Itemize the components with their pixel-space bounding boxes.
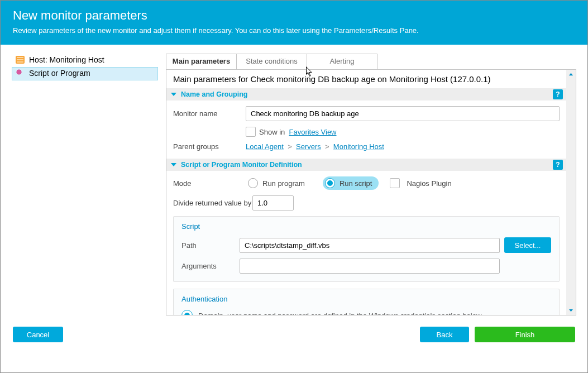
favorites-view-link[interactable]: Favorites View <box>289 128 336 136</box>
script-group: Script Path Select... Arguments <box>173 216 560 282</box>
sidebar-item-label: Script or Program <box>29 69 90 78</box>
select-path-button[interactable]: Select... <box>504 237 551 253</box>
parent-groups-label: Parent groups <box>173 142 246 151</box>
step-sidebar: Host: Monitoring Host Script or Program <box>12 54 158 315</box>
puzzle-icon <box>16 69 25 78</box>
monitor-name-label: Monitor name <box>173 109 246 118</box>
finish-button[interactable]: Finish <box>475 327 575 342</box>
dialog-footer: Cancel Back Finish <box>1 321 587 353</box>
dialog-title: New monitor parameters <box>13 8 575 23</box>
crumb-local-agent[interactable]: Local Agent <box>246 142 284 151</box>
path-label: Path <box>181 241 240 250</box>
mode-run-program[interactable]: Run program <box>246 176 312 190</box>
radio-icon <box>181 310 193 315</box>
cancel-button[interactable]: Cancel <box>13 327 63 342</box>
auth-group: Authentication Domain, user name and pas… <box>173 289 560 315</box>
scrollbar[interactable] <box>566 70 576 315</box>
script-arguments-input[interactable] <box>240 259 500 274</box>
sidebar-item-host[interactable]: Host: Monitoring Host <box>12 54 158 67</box>
script-path-input[interactable] <box>240 238 500 253</box>
arguments-label: Arguments <box>181 262 240 270</box>
radio-icon <box>248 178 258 188</box>
help-icon[interactable]: ? <box>553 89 563 99</box>
mode-nagios-plugin[interactable]: Nagios Plugin <box>390 176 458 190</box>
show-in-label: Show in <box>259 128 285 136</box>
dialog-subtitle: Review parameters of the new monitor and… <box>13 26 575 36</box>
section-script-def-body: Mode Run program Run script <box>166 171 566 315</box>
divide-value-input[interactable] <box>252 195 294 211</box>
mode-radio-group: Run program Run script Nagios Plugin <box>246 176 458 190</box>
section-title: Name and Grouping <box>181 90 247 98</box>
content-heading: Main parameters for Check monitoring DB … <box>166 70 566 88</box>
dialog-header: New monitor parameters Review parameters… <box>1 1 587 45</box>
tab-content: Main parameters for Check monitoring DB … <box>166 69 576 315</box>
scroll-down-icon[interactable] <box>566 305 576 315</box>
help-icon[interactable]: ? <box>553 160 563 170</box>
collapse-icon <box>171 93 176 96</box>
tab-state-conditions[interactable]: State conditions <box>236 54 307 69</box>
section-title: Script or Program Monitor Definition <box>181 161 302 169</box>
tab-alerting[interactable]: Alerting <box>307 54 377 69</box>
sidebar-item-script-or-program[interactable]: Script or Program <box>12 67 158 80</box>
auth-option-windows-credentials[interactable]: Domain, user name and password are defin… <box>181 310 551 315</box>
section-name-grouping-header[interactable]: Name and Grouping ? <box>166 88 566 101</box>
checkbox-icon <box>390 178 400 188</box>
mode-label: Mode <box>173 179 246 188</box>
radio-icon <box>325 178 335 188</box>
crumb-servers[interactable]: Servers <box>296 142 321 151</box>
dialog-body: Host: Monitoring Host Script or Program … <box>1 45 587 321</box>
script-group-title: Script <box>181 222 551 231</box>
section-name-grouping-body: Monitor name Show in Favorites View Pare… <box>166 101 566 159</box>
section-script-def-header[interactable]: Script or Program Monitor Definition ? <box>166 159 566 171</box>
mode-run-script[interactable]: Run script <box>323 176 379 190</box>
tab-main-parameters[interactable]: Main parameters <box>166 54 237 69</box>
sidebar-item-label: Host: Monitoring Host <box>29 55 104 64</box>
collapse-icon <box>171 163 176 166</box>
scroll-up-icon[interactable] <box>566 70 576 79</box>
divide-label: Divide returned value by <box>173 199 252 207</box>
main-panel: Main parameters State conditions Alertin… <box>166 54 576 315</box>
host-icon <box>16 56 25 64</box>
monitor-name-input[interactable] <box>246 106 560 121</box>
back-button[interactable]: Back <box>420 327 469 342</box>
auth-group-title: Authentication <box>181 295 551 303</box>
tab-bar: Main parameters State conditions Alertin… <box>166 54 576 69</box>
show-in-favorites-checkbox[interactable] <box>246 127 256 137</box>
crumb-monitoring-host[interactable]: Monitoring Host <box>333 142 384 151</box>
